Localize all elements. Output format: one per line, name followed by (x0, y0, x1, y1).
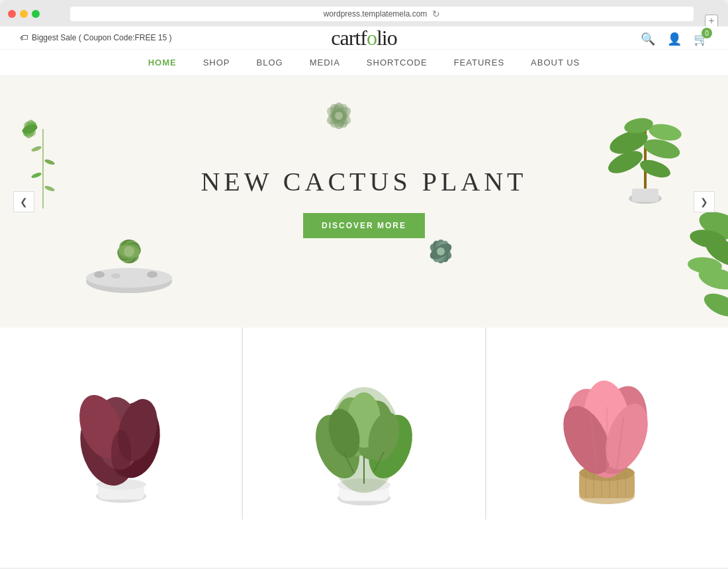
browser-url: wordpress.templatemela.com (324, 9, 428, 19)
cart-badge: 0 (702, 28, 712, 38)
product-card-2[interactable] (242, 328, 485, 519)
svg-point-7 (30, 171, 42, 179)
logo-container[interactable]: cartfolio (331, 26, 396, 50)
product-card-3[interactable] (486, 328, 728, 519)
discover-more-button[interactable]: DISCOVER MORE (303, 213, 425, 238)
product-3-image (541, 354, 673, 506)
header-icons: 🔍 👤 🛒 0 (641, 32, 708, 46)
svg-point-24 (638, 156, 673, 181)
products-section (0, 328, 728, 519)
svg-point-29 (147, 271, 158, 278)
svg-point-38 (124, 246, 134, 257)
plant-left-round-succulent (79, 202, 179, 297)
svg-point-49 (701, 288, 728, 321)
carousel-next-button[interactable]: ❯ (694, 191, 715, 212)
browser-address-bar[interactable]: wordpress.templatemela.com ↻ (70, 7, 694, 21)
plant-top-left (10, 83, 50, 136)
tag-icon: 🏷 (20, 33, 28, 42)
hero-section: ❮ (0, 76, 728, 328)
plant-right-tree (602, 76, 688, 211)
announcement-bar: 🏷 Biggest Sale ( Coupon Code:FREE 15 ) c… (0, 26, 728, 50)
nav-item-home[interactable]: HOME (148, 55, 177, 70)
svg-point-6 (44, 158, 55, 165)
user-icon[interactable]: 👤 (667, 32, 682, 46)
plant-center-top-succulent (306, 83, 372, 145)
browser-maximize-dot[interactable] (32, 10, 40, 18)
product-1-image (55, 354, 187, 506)
nav-item-features[interactable]: FEATURES (454, 55, 504, 70)
browser-chrome: wordpress.templatemela.com ↻ + (0, 0, 728, 26)
search-icon[interactable]: 🔍 (641, 32, 655, 46)
browser-refresh-icon[interactable]: ↻ (432, 9, 440, 19)
plant-right-trailing (668, 193, 728, 328)
svg-point-45 (437, 247, 445, 255)
browser-titlebar: wordpress.templatemela.com ↻ + (0, 7, 728, 26)
nav-item-aboutus[interactable]: ABOUT US (531, 55, 580, 70)
browser-new-tab-button[interactable]: + (705, 15, 718, 28)
logo-text: cartfolio (331, 26, 396, 50)
svg-point-8 (44, 185, 55, 192)
nav-item-blog[interactable]: BLOG (257, 55, 283, 70)
website-content: 🏷 Biggest Sale ( Coupon Code:FREE 15 ) c… (0, 26, 728, 568)
hero-content: NEW CACTUS PLANT DISCOVER MORE (201, 166, 527, 238)
hero-title: NEW CACTUS PLANT (201, 166, 527, 197)
plant-left-rosemary (33, 129, 53, 208)
svg-point-5 (30, 145, 42, 152)
announcement-text: Biggest Sale ( Coupon Code:FREE 15 ) (32, 33, 171, 42)
svg-point-15 (335, 112, 343, 120)
svg-point-60 (111, 430, 131, 476)
main-navigation: HOME SHOP BLOG MEDIA SHORTCODE FEATURES … (0, 50, 728, 76)
browser-close-dot[interactable] (8, 10, 16, 18)
product-card-1[interactable] (0, 328, 242, 519)
svg-rect-17 (632, 189, 659, 202)
nav-item-shop[interactable]: SHOP (203, 55, 230, 70)
cart-wrapper[interactable]: 🛒 0 (694, 32, 708, 46)
browser-minimize-dot[interactable] (20, 10, 28, 18)
nav-item-media[interactable]: MEDIA (310, 55, 340, 70)
product-2-image (298, 354, 430, 506)
logo-dot: o (367, 26, 377, 50)
svg-point-27 (94, 271, 105, 278)
svg-point-26 (86, 268, 172, 288)
carousel-prev-button[interactable]: ❮ (13, 191, 34, 212)
nav-item-shortcode[interactable]: SHORTCODE (367, 55, 428, 70)
svg-point-28 (111, 273, 120, 279)
